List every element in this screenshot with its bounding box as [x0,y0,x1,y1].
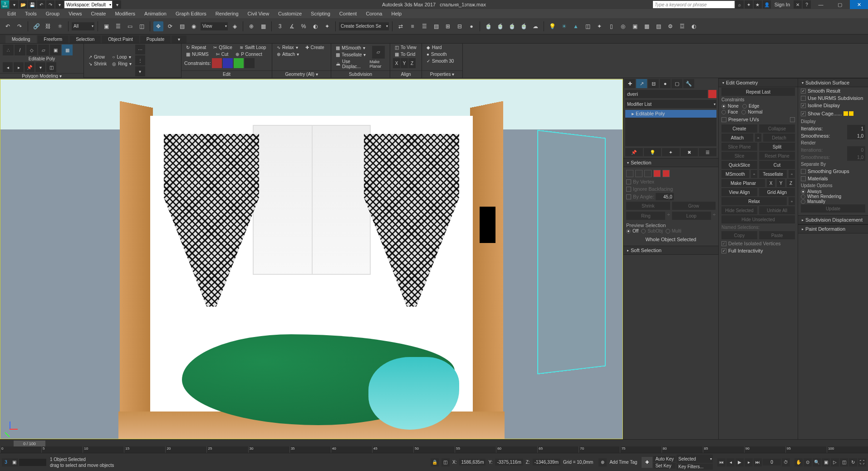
set-key-button[interactable]: Set Key [653,463,676,469]
rollout-edit-geometry[interactable]: Edit Geometry [719,78,798,87]
pivot-icon[interactable]: ◈ [230,21,240,31]
relax-settings-icon[interactable]: ▫ [789,197,795,205]
constraint-face-radio[interactable]: Face [721,109,738,115]
view-align-button[interactable]: View Align [721,188,757,196]
sel-edge-icon[interactable] [635,170,642,177]
sub-icon[interactable]: ✦ [745,0,753,9]
show-cage-check[interactable]: ✓Show Cage...... [801,110,842,117]
rollout-subdivision-surface[interactable]: Subdivision Surface [798,78,868,87]
isoline-check[interactable]: ✓Isoline Display [798,102,868,109]
prev-mod-icon[interactable]: ◂ [3,62,13,72]
menu-graph-editors[interactable]: Graph Editors [172,10,210,17]
grow-button[interactable]: ↗ Grow [87,54,108,60]
fov-icon[interactable]: ▷ [831,458,839,466]
make-planar-button[interactable]: Make Planar [721,179,765,187]
ref-coord-system[interactable]: View [201,22,228,30]
timeline[interactable]: ◂ 0 / 100 ▸ 0510152025303540455055606570… [0,439,868,453]
menu-create[interactable]: Create [87,10,109,17]
object-color-swatch[interactable] [708,90,716,98]
key-filters-button[interactable]: Key Filters... [677,464,713,470]
corona-light-icon[interactable]: 💡 [547,21,557,31]
save-icon[interactable]: 💾 [28,0,36,9]
star-icon[interactable]: ★ [754,0,762,9]
cut-button[interactable]: Cut [759,161,795,169]
attach-button[interactable]: Attach [721,134,753,142]
tab-populate[interactable]: Populate [140,35,171,43]
menu-tools[interactable]: Tools [21,10,40,17]
hard-button[interactable]: ◆ Hard [425,45,460,50]
create-button[interactable]: Create [721,124,757,133]
border-icon[interactable]: ◇ [26,45,37,55]
rotate-icon[interactable]: ⟳ [165,21,175,31]
menu-scripting[interactable]: Scripting [307,10,334,17]
vert-icon[interactable]: ∴ [3,45,14,55]
corona-bmp-icon[interactable]: ▣ [630,21,640,31]
angle-snap-icon[interactable]: ∡ [287,21,297,31]
tess-settings-icon[interactable]: ▫ [789,170,795,178]
object-name-input[interactable]: dveri [625,90,707,98]
motion-tab-icon[interactable]: ● [660,79,671,88]
tessellate-button[interactable]: ▩ Tessellate ▾ [334,52,368,58]
poly-icon[interactable]: ▱ [38,45,49,55]
ring-button[interactable]: ◎ Ring ▾ [110,61,133,67]
render-iter-spinner[interactable]: 0 [847,146,865,154]
signin-link[interactable]: Sign In [772,2,793,7]
link-icon[interactable]: 🔗 [31,21,41,31]
current-frame[interactable]: 0 [763,459,781,466]
infocenter-icon[interactable]: ⌕ [736,0,744,9]
time-config-icon[interactable]: ⏱ [782,458,790,466]
tab-object-paint[interactable]: Object Paint [102,35,139,43]
use-displace-button[interactable]: ⛰ Use Displac... [334,59,368,69]
unlink-icon[interactable]: ⛓ [43,21,53,31]
constraint-edge-icon[interactable] [223,58,233,68]
new-icon[interactable]: ▾ [10,0,18,9]
show-result-icon[interactable]: 💡 [644,148,662,156]
lock-icon[interactable]: 🔒 [431,458,439,466]
corona-proxy-icon[interactable]: ◫ [583,21,593,31]
menu-customize[interactable]: Customize [275,10,305,17]
msmooth-button[interactable]: ▦ MSmooth ▾ [334,45,368,51]
viewport[interactable]: [+] [CoronaCamera001] [Standard] [Flat C… [0,78,623,439]
curve-editor-icon[interactable]: ⊞ [443,21,453,31]
key-filter-dropdown[interactable]: Selected [677,455,713,463]
by-angle-spinner[interactable]: 45,0 [656,193,674,200]
sel-border-icon[interactable] [644,170,652,177]
listener-icon[interactable]: ▣ [10,458,18,466]
element-icon[interactable]: ▣ [50,45,61,55]
manipulate-icon[interactable]: ⊕ [246,21,256,31]
pin-stack-icon[interactable]: 📌 [625,148,643,156]
repeat-button[interactable]: ↻ Repeat [184,45,208,50]
select-region-icon[interactable]: ▭ [125,21,135,31]
scale-icon[interactable]: ▤ [177,21,187,31]
qslice-button[interactable]: ✂ QSlice [211,45,234,50]
goto-start-icon[interactable]: ⏮ [717,458,726,466]
tessellate-button[interactable]: Tessellate [759,170,787,178]
menu-modifiers[interactable]: Modifiers [111,10,139,17]
unique-icon[interactable]: ✦ [662,148,680,156]
menu-help[interactable]: Help [387,10,405,17]
constraint-face-icon[interactable] [234,58,244,68]
help-icon[interactable]: ? [803,0,811,9]
render-smooth-spinner[interactable]: 1,0 [847,154,865,161]
goto-end-icon[interactable]: ⏭ [754,458,762,466]
redo-icon[interactable]: ↷ [15,21,25,31]
configure-icon[interactable]: ☰ [699,148,716,156]
menu-corona[interactable]: Corona [362,10,386,17]
msmooth-settings-icon[interactable]: ▫ [751,170,757,178]
modify-tab-icon[interactable]: ↗ [636,79,647,88]
open-icon[interactable]: 📂 [19,0,27,9]
cut-button[interactable]: ✄ Cut [214,51,230,57]
use-nurms-check[interactable]: Use NURMS Subdivision [798,94,868,102]
constraint-none-radio[interactable]: None [721,103,739,109]
window-crossing-icon[interactable]: ◫ [137,21,147,31]
swift-loop-button[interactable]: ≋ Swift Loop [238,45,268,50]
rollout-subdiv-displacement[interactable]: Subdivision Displacement [798,215,868,224]
zoom-ext-icon[interactable]: ◫ [840,458,848,466]
render-iter-icon[interactable]: 🍵 [519,21,529,31]
render-setup-icon[interactable]: 🍵 [483,21,493,31]
smoothness-spinner[interactable]: 1,0 [847,132,865,139]
placement-icon[interactable]: ◉ [189,21,199,31]
qat-more-icon[interactable]: ▾ [113,0,121,9]
align-icon[interactable]: ≡ [407,21,417,31]
corona-lister-icon[interactable]: ☲ [677,21,687,31]
